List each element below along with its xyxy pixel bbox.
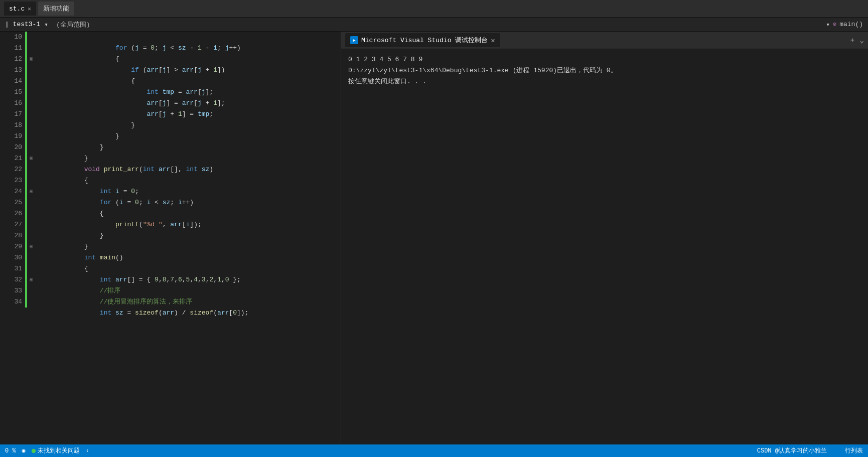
status-branding: CSDN @认真学习的小雅兰 bbox=[757, 447, 827, 454]
status-git-icon: ◉ bbox=[22, 447, 26, 454]
status-zoom-value: 0 % bbox=[5, 447, 16, 454]
terminal-controls: ＋ ⌄ bbox=[849, 36, 864, 45]
main-area: 10 11 12 13 14 15 16 17 18 19 20 21 22 2… bbox=[0, 32, 868, 457]
terminal-add-btn[interactable]: ＋ bbox=[849, 36, 856, 45]
scope-dropdown-icon[interactable]: ▾ bbox=[44, 21, 48, 29]
status-issues[interactable]: 未找到相关问题 bbox=[32, 446, 80, 455]
code-area[interactable]: 10 11 12 13 14 15 16 17 18 19 20 21 22 2… bbox=[0, 32, 341, 457]
status-scroll-left[interactable]: ‹ bbox=[86, 447, 89, 454]
expand-col: ▣ ▣ ▣ bbox=[27, 32, 35, 457]
status-dot-icon bbox=[32, 449, 36, 453]
tab-st-c-close[interactable]: ✕ bbox=[28, 6, 31, 12]
terminal-output-line-2: D:\zzyl\zyl\test3-1\x64\Debug\test3-1.ex… bbox=[348, 65, 861, 76]
expand-24[interactable]: ▣ bbox=[30, 186, 33, 197]
scope-filename: | test3-1 bbox=[5, 21, 40, 28]
terminal-chevron-btn[interactable]: ⌄ bbox=[860, 36, 864, 45]
scope-right-dropdown[interactable]: ▾ bbox=[826, 21, 830, 29]
tab-bar: st.c ✕ 新增功能 bbox=[0, 0, 868, 18]
expand-32[interactable]: ▣ bbox=[30, 274, 33, 285]
status-git[interactable]: ◉ bbox=[22, 447, 26, 454]
expand-12[interactable]: ▣ bbox=[30, 54, 33, 65]
scope-label: (全局范围) bbox=[56, 20, 90, 29]
terminal-body[interactable]: 0 1 2 3 4 5 6 7 8 9 D:\zzyl\zyl\test3-1\… bbox=[341, 49, 868, 457]
status-right: CSDN @认真学习的小雅兰 行列表 bbox=[757, 446, 863, 455]
tab-new-feature[interactable]: 新增功能 bbox=[38, 2, 74, 16]
terminal-tab-label: Microsoft Visual Studio 调试控制台 bbox=[361, 36, 488, 45]
scope-bar: | test3-1 ▾ (全局范围) ▾ ⊙ main() bbox=[0, 18, 868, 32]
terminal-tab-debug[interactable]: ▶ Microsoft Visual Studio 调试控制台 ✕ bbox=[345, 33, 500, 47]
terminal-panel: ▶ Microsoft Visual Studio 调试控制台 ✕ ＋ ⌄ 0 … bbox=[341, 32, 868, 457]
editor-panel: 10 11 12 13 14 15 16 17 18 19 20 21 22 2… bbox=[0, 32, 341, 457]
line-numbers: 10 11 12 13 14 15 16 17 18 19 20 21 22 2… bbox=[0, 32, 25, 457]
tab-new-feature-label: 新增功能 bbox=[43, 4, 69, 13]
scope-right-icon: ⊙ bbox=[833, 21, 836, 28]
terminal-output-line-3: 按任意键关闭此窗口. . . bbox=[348, 76, 861, 87]
vs-icon: ▶ bbox=[350, 36, 358, 44]
status-left-arrow-icon: ‹ bbox=[86, 447, 89, 454]
status-rowcol: 行列表 bbox=[845, 447, 863, 454]
status-zoom[interactable]: 0 % bbox=[5, 447, 16, 454]
tab-st-c[interactable]: st.c ✕ bbox=[4, 2, 36, 16]
status-no-issues-label: 未找到相关问题 bbox=[38, 446, 80, 455]
expand-29[interactable]: ▣ bbox=[30, 241, 33, 252]
terminal-tab-close[interactable]: ✕ bbox=[491, 36, 495, 45]
tab-st-c-label: st.c bbox=[9, 5, 25, 13]
ide-container: st.c ✕ 新增功能 | test3-1 ▾ (全局范围) ▾ ⊙ main(… bbox=[0, 0, 868, 457]
status-bar: 0 % ◉ 未找到相关问题 ‹ CSDN @认真学习的小雅兰 行列表 bbox=[0, 444, 868, 457]
code-lines[interactable]: for (j = 0; j < sz - 1 - i; j++) { if (a… bbox=[35, 32, 341, 457]
terminal-tab-bar: ▶ Microsoft Visual Studio 调试控制台 ✕ ＋ ⌄ bbox=[341, 32, 868, 49]
status-left: 0 % ◉ 未找到相关问题 ‹ bbox=[5, 446, 89, 455]
scope-right: ▾ ⊙ main() bbox=[826, 21, 863, 29]
code-line-10: for (j = 0; j < sz - 1 - i; j++) bbox=[37, 32, 341, 43]
scope-right-label: main() bbox=[839, 21, 863, 28]
expand-21[interactable]: ▣ bbox=[30, 153, 33, 164]
terminal-output-line-1: 0 1 2 3 4 5 6 7 8 9 bbox=[348, 54, 861, 65]
